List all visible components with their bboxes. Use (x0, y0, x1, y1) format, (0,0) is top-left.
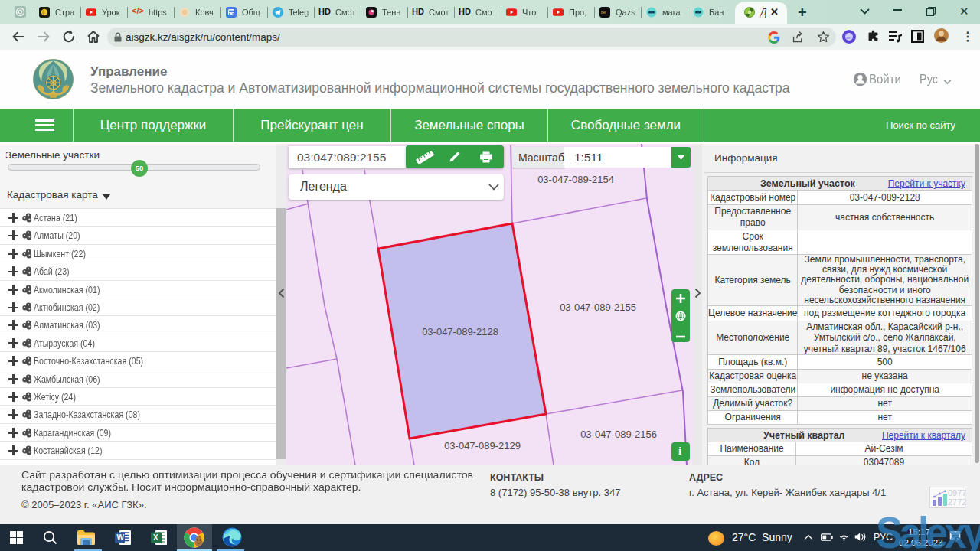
svg-text:03-047-089-2155: 03-047-089-2155 (560, 302, 636, 313)
svg-text:ber: ber (601, 11, 606, 15)
svg-text:m: m (847, 35, 851, 40)
svg-text:03-047-089-2156: 03-047-089-2156 (580, 429, 657, 440)
svg-text:W: W (116, 533, 124, 542)
svg-text:03-047-089-2154: 03-047-089-2154 (537, 174, 614, 185)
svg-text:X: X (153, 533, 158, 542)
svg-text:03-047-089-2128: 03-047-089-2128 (422, 326, 498, 337)
svg-text:03-047-089-2129: 03-047-089-2129 (444, 440, 521, 452)
